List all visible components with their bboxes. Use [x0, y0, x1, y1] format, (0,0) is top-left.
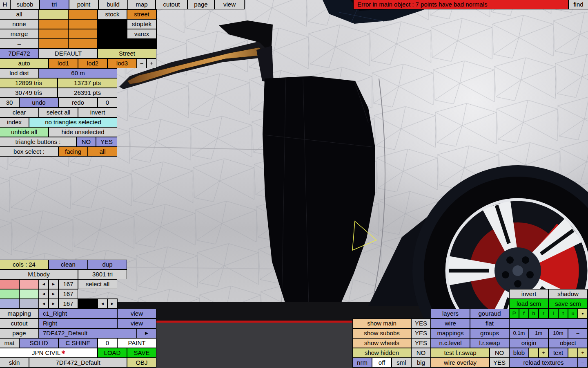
subob-none-button[interactable]: none — [0, 20, 38, 29]
subob-merge-button[interactable]: merge — [0, 29, 38, 38]
subob-slot-color-2[interactable] — [69, 10, 97, 19]
letter-u-button[interactable]: u — [568, 309, 577, 318]
letter-f-button[interactable]: f — [519, 309, 528, 318]
group-select-all-button[interactable]: select all — [78, 280, 117, 289]
subob-slot-color-4[interactable] — [69, 20, 97, 29]
subob-slot-color-5[interactable] — [39, 29, 68, 38]
layers-button[interactable]: layers — [431, 309, 470, 318]
object-name[interactable]: M1body — [0, 270, 78, 279]
dash-wide-button[interactable]: – — [510, 319, 587, 328]
load-button[interactable]: LOAD — [98, 348, 127, 357]
load-scm-button[interactable]: load scm — [510, 299, 548, 308]
save-button[interactable]: SAVE — [127, 348, 156, 357]
material-id-button[interactable]: 7DF472 — [0, 49, 38, 58]
unhide-all-button[interactable]: unhide all — [0, 128, 48, 137]
grid-01m-button[interactable]: 0.1m — [510, 329, 528, 338]
mapping-value[interactable]: c1_Right — [39, 309, 117, 318]
gouraud-button[interactable]: gouraud — [470, 309, 509, 318]
group1-prev-button[interactable]: ◄ — [39, 280, 48, 289]
shine-value[interactable]: 0 — [98, 339, 117, 348]
mat-cshine-button[interactable]: C SHINE — [59, 339, 97, 348]
skin-value[interactable]: 7DF472_Default — [29, 358, 127, 367]
lod1-button[interactable]: lod1 — [49, 59, 78, 68]
menu-page[interactable]: page — [188, 0, 214, 9]
subob-slot-color-6[interactable] — [69, 29, 97, 38]
street-button-active[interactable]: street — [127, 10, 156, 19]
reload-textures-button[interactable]: reload textures — [510, 358, 577, 367]
triangle-buttons-yes[interactable]: YES — [96, 137, 117, 146]
letter-p-button[interactable]: P — [510, 309, 519, 318]
obj-button[interactable]: OBJ — [127, 358, 156, 367]
material-class-button[interactable]: Street — [98, 49, 156, 58]
cutout-view-button[interactable]: view — [118, 319, 156, 328]
subob-slot-color-8[interactable] — [69, 39, 97, 48]
clear-button[interactable]: clear — [0, 108, 38, 117]
save-scm-button[interactable]: save scm — [549, 299, 587, 308]
show-wheels-toggle[interactable]: YES — [412, 339, 430, 348]
cutout-value[interactable]: Right — [39, 319, 117, 328]
subob-slot-color-1[interactable] — [39, 10, 68, 19]
letter-r-button[interactable]: r — [539, 309, 548, 318]
index-button[interactable]: index — [0, 118, 29, 127]
show-main-toggle[interactable]: YES — [412, 319, 430, 328]
mat-solid-button[interactable]: SOLID — [20, 339, 58, 348]
invert-selection-button[interactable]: invert — [78, 108, 117, 117]
show-hidden-toggle[interactable]: NO — [412, 348, 430, 357]
origin-button[interactable]: origin — [510, 339, 548, 348]
wire-button[interactable]: wire — [431, 319, 470, 328]
letter-t-button[interactable]: t — [559, 309, 568, 318]
text-minus-button[interactable]: – — [568, 348, 577, 357]
subob-slot-color-7[interactable] — [39, 39, 68, 48]
color-swatch-3a[interactable] — [0, 299, 19, 308]
grid-1m-button[interactable]: 1m — [529, 329, 548, 338]
group-page-next-button[interactable]: ► — [108, 299, 117, 308]
blob-button[interactable]: blob — [510, 348, 528, 357]
redo-button[interactable]: redo — [59, 98, 97, 107]
shadow-button[interactable]: shadow — [549, 289, 587, 298]
nrm-off-button[interactable]: off — [372, 358, 391, 367]
paint-name[interactable]: JPN CIVIL✱ — [0, 348, 97, 357]
color-swatch-2a[interactable] — [0, 289, 19, 298]
box-select-all[interactable]: all — [88, 147, 117, 156]
letter-b-button[interactable]: b — [529, 309, 538, 318]
menu-view[interactable]: view — [215, 0, 244, 9]
find-button[interactable]: find — [569, 0, 588, 9]
lod-minus-button[interactable]: – — [137, 59, 146, 68]
group2-prev-button[interactable]: ◄ — [39, 289, 48, 298]
reload-minus-button[interactable]: – — [578, 358, 587, 367]
lod-auto-button[interactable]: auto — [0, 59, 48, 68]
page-next-button[interactable]: ► — [137, 329, 156, 338]
stoptek-button[interactable]: stoptek — [127, 20, 156, 29]
grid-off-button[interactable]: – — [568, 329, 587, 338]
page-value[interactable]: 7DF472_Default — [39, 329, 136, 338]
color-swatch-3b[interactable] — [20, 299, 38, 308]
undo-button[interactable]: undo — [20, 98, 58, 107]
lod-plus-button[interactable]: + — [147, 59, 156, 68]
groups-button[interactable]: groups — [470, 329, 509, 338]
mapping-view-button[interactable]: view — [118, 309, 156, 318]
flat-button[interactable]: flat — [470, 319, 509, 328]
group2-next-button[interactable]: ► — [49, 289, 58, 298]
menu-point[interactable]: point — [69, 0, 98, 9]
object-button[interactable]: object — [549, 339, 587, 348]
subob-slot-color-3[interactable] — [39, 20, 68, 29]
menu-map[interactable]: map — [128, 0, 155, 9]
menu-subob[interactable]: subob — [11, 0, 39, 9]
dup-button[interactable]: dup — [88, 260, 127, 269]
lod2-button[interactable]: lod2 — [78, 59, 107, 68]
text-plus-button[interactable]: + — [578, 348, 587, 357]
cols-count[interactable]: cols : 24 — [0, 260, 48, 269]
lod3-button[interactable]: lod3 — [108, 59, 136, 68]
group1-next-button[interactable]: ► — [49, 280, 58, 289]
clean-button[interactable]: clean — [49, 260, 87, 269]
blob-minus-button[interactable]: – — [529, 348, 538, 357]
lrswap-button[interactable]: l.r.swap — [470, 339, 509, 348]
nrm-big-button[interactable]: big — [412, 358, 430, 367]
lod-dist-value[interactable]: 60 m — [39, 69, 117, 78]
show-subobs-toggle[interactable]: YES — [412, 329, 430, 338]
color-swatch-1b[interactable] — [20, 280, 38, 289]
wire-overlay-toggle[interactable]: YES — [490, 358, 509, 367]
subob-dash-button[interactable]: – — [0, 39, 38, 48]
group-page-prev-button[interactable]: ◄ — [98, 299, 107, 308]
color-swatch-2b[interactable] — [20, 289, 38, 298]
